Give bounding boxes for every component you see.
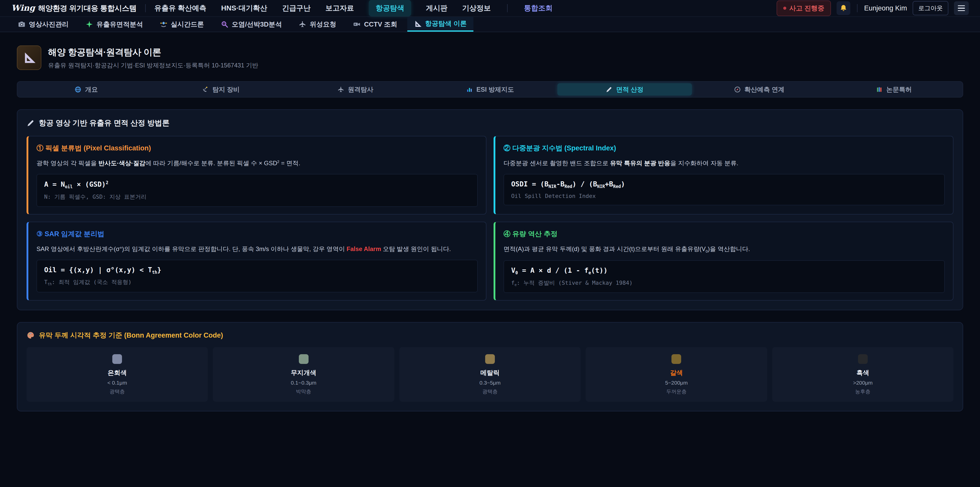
method-description: SAR 영상에서 후방산란계수(σ°)의 임계값 이하를 유막으로 판정합니다.… [37, 244, 478, 254]
nav-item-reports[interactable]: 보고자료 [325, 3, 354, 13]
set-square-icon [22, 51, 36, 64]
chart-icon [466, 86, 473, 93]
set-square-icon [414, 20, 422, 27]
plane-icon [299, 21, 306, 28]
formula: Oil = {(x,y) | σ°(x,y) < Tth} [44, 266, 470, 275]
bell-icon [840, 4, 847, 12]
logo-wing-icon: Wing [11, 3, 35, 13]
bonn-layer: 박막층 [218, 388, 389, 395]
bonn-layer: 광택층 [404, 388, 576, 395]
subnav-item-oil-area-analysis[interactable]: 유출유면적분석 [79, 17, 150, 32]
camcorder-icon [353, 21, 361, 28]
page-title-block: 해양 항공탐색·원격탐사 이론 유출유 원격탐지·항공감시 기법·ESI 방제정… [48, 46, 258, 69]
tab-esi-map[interactable]: ESI 방제지도 [423, 83, 557, 96]
bonn-name: 갈색 [591, 369, 762, 377]
tab-area-estimation[interactable]: 면적 산정 [557, 83, 692, 96]
books-icon [876, 86, 883, 93]
formula-box: OSDI = (BNIR-BRed) / (BNIR+BRed) Oil Spi… [504, 174, 945, 205]
nav-item-rescue[interactable]: 긴급구난 [282, 3, 310, 13]
pencil-icon [606, 86, 612, 93]
page-title: 해양 항공탐색·원격탐사 이론 [48, 46, 258, 58]
incident-dot-icon [783, 6, 786, 10]
methods-panel: 항공 영상 기반 유출유 면적 산정 방법론 ① 픽셀 분류법 (Pixel C… [17, 109, 963, 310]
app-title: 해양환경 위기대응 통합시스템 [38, 3, 137, 14]
method-title: ① 픽셀 분류법 (Pixel Classification) [37, 144, 478, 153]
nav-item-hns[interactable]: HNS·대기확산 [221, 3, 267, 13]
bonn-name: 무지개색 [218, 369, 389, 377]
incident-badge-label: 사고 진행중 [789, 4, 824, 13]
formula: A = Noil × (GSD)2 [44, 180, 470, 189]
main-content: 해양 항공탐색·원격탐사 이론 유출유 원격탐지·항공감시 기법·ESI 방제정… [0, 32, 980, 411]
subnav-item-cctv[interactable]: CCTV 조회 [346, 17, 404, 32]
compass-icon [734, 86, 741, 93]
topbar-right: 사고 진행중 Eunjeong Kim 로그아웃 [776, 0, 969, 16]
method-description: 면적(A)과 평균 유막 두께(d) 및 풍화 경과 시간(t)으로부터 원래 … [504, 244, 945, 254]
subnav-item-aerial-theory[interactable]: 항공탐색 이론 [407, 17, 473, 32]
method-card-spectral-index: ② 다중분광 지수법 (Spectral Index) 다중분광 센서로 촬영한… [493, 136, 953, 214]
nav-item-aerial-search[interactable]: 항공탐색 [369, 0, 411, 16]
formula-box: A = Noil × (GSD)2 N: 기름 픽셀수, GSD: 지상 표본거… [37, 174, 478, 207]
formula-note: N: 기름 픽셀수, GSD: 지상 표본거리 [44, 193, 470, 201]
bonn-card-metallic: 메탈릭 0.3~5μm 광택층 [399, 347, 581, 402]
nav-item-weather[interactable]: 기상정보 [462, 3, 491, 13]
bonn-heading: 유막 두께 시각적 추정 기준 (Bonn Agreement Color Co… [27, 331, 953, 340]
bonn-layer: 두꺼운층 [591, 388, 762, 395]
color-swatch [671, 354, 681, 364]
subnav-item-satellite-request[interactable]: 위성요청 [292, 17, 343, 32]
page-subtitle: 유출유 원격탐지·항공감시 기법·ESI 방제정보지도·등록특허 10-1567… [48, 61, 258, 69]
bonn-name: 흑색 [777, 369, 948, 377]
methods-grid: ① 픽셀 분류법 (Pixel Classification) 광학 영상의 각… [27, 136, 953, 300]
top-bar: Wing 해양환경 위기대응 통합시스템 유출유 확산예측 HNS·대기확산 긴… [0, 0, 980, 17]
notifications-button[interactable] [837, 1, 850, 15]
formula-note: Tth: 최적 임계값 (국소 적응형) [44, 278, 470, 286]
nav-item-board[interactable]: 게시판 [426, 3, 447, 13]
logout-button[interactable]: 로그아웃 [913, 1, 948, 15]
color-swatch [485, 354, 495, 364]
antenna-icon [202, 86, 209, 93]
tab-forecast-link[interactable]: 확산예측 연계 [692, 83, 826, 96]
app-logo: Wing 해양환경 위기대응 통합시스템 [11, 3, 137, 14]
palette-icon [27, 331, 35, 339]
drone-icon [160, 21, 167, 28]
bonn-layer: 농후층 [777, 388, 948, 395]
sparkle-icon [86, 21, 93, 28]
subnav-item-pollution-3d[interactable]: 오염/선박3D분석 [214, 17, 288, 32]
formula-note: fe: 누적 증발비 (Stiver & Mackay 1984) [511, 279, 937, 287]
nav-item-integrated-search[interactable]: 통합조회 [524, 3, 552, 13]
bonn-thickness: 0.1~0.3μm [218, 380, 389, 386]
tab-remote-sensing[interactable]: 원격탐사 [288, 83, 423, 96]
incident-status-badge[interactable]: 사고 진행중 [776, 0, 831, 16]
method-card-sar-threshold: ③ SAR 임계값 분리법 SAR 영상에서 후방산란계수(σ°)의 임계값 이… [27, 222, 487, 301]
method-description: 다중분광 센서로 촬영한 밴드 조합으로 유막 특유의 분광 반응을 지수화하여… [504, 158, 945, 168]
bonn-thickness: 5~200μm [591, 380, 762, 386]
page-header: 해양 항공탐색·원격탐사 이론 유출유 원격탐지·항공감시 기법·ESI 방제정… [17, 45, 963, 70]
menu-button[interactable] [954, 1, 969, 15]
nav-item-spill-forecast[interactable]: 유출유 확산예측 [154, 3, 207, 13]
bonn-card-rainbow: 무지개색 0.1~0.3μm 박막층 [213, 347, 394, 402]
tab-detection-equipment[interactable]: 탐지 장비 [153, 83, 288, 96]
plane-icon [337, 86, 344, 93]
page-icon-box [17, 45, 41, 70]
method-title: ④ 유량 역산 추정 [504, 229, 945, 238]
method-card-pixel-classification: ① 픽셀 분류법 (Pixel Classification) 광학 영상의 각… [27, 136, 487, 214]
bonn-card-black: 흑색 >200μm 농후층 [772, 347, 953, 402]
hamburger-icon [958, 5, 965, 6]
sub-nav: 영상사진관리 유출유면적분석 실시간드론 오염/선박3D분석 위성요청 [0, 17, 980, 32]
color-swatch [112, 354, 122, 364]
subnav-item-image-management[interactable]: 영상사진관리 [11, 17, 75, 32]
divider [145, 4, 146, 12]
user-name: Eunjeong Kim [864, 4, 907, 12]
pencil-icon [27, 119, 35, 127]
formula-note: Oil Spill Detection Index [511, 193, 937, 199]
globe-icon [75, 86, 81, 93]
formula-box: V0 = A × d / (1 - fe(t)) fe: 누적 증발비 (Sti… [504, 260, 945, 293]
bonn-layer: 광택층 [32, 388, 203, 395]
method-card-volume-estimation: ④ 유량 역산 추정 면적(A)과 평균 유막 두께(d) 및 풍화 경과 시간… [493, 222, 953, 301]
tab-overview[interactable]: 개요 [19, 83, 153, 96]
methods-heading: 항공 영상 기반 유출유 면적 산정 방법론 [27, 118, 953, 128]
tab-papers-patents[interactable]: 논문특허 [827, 83, 961, 96]
method-title: ③ SAR 임계값 분리법 [37, 229, 478, 238]
subnav-item-realtime-drone[interactable]: 실시간드론 [153, 17, 210, 32]
bonn-thickness: >200μm [777, 380, 948, 386]
formula: OSDI = (BNIR-BRed) / (BNIR+BRed) [511, 180, 937, 189]
